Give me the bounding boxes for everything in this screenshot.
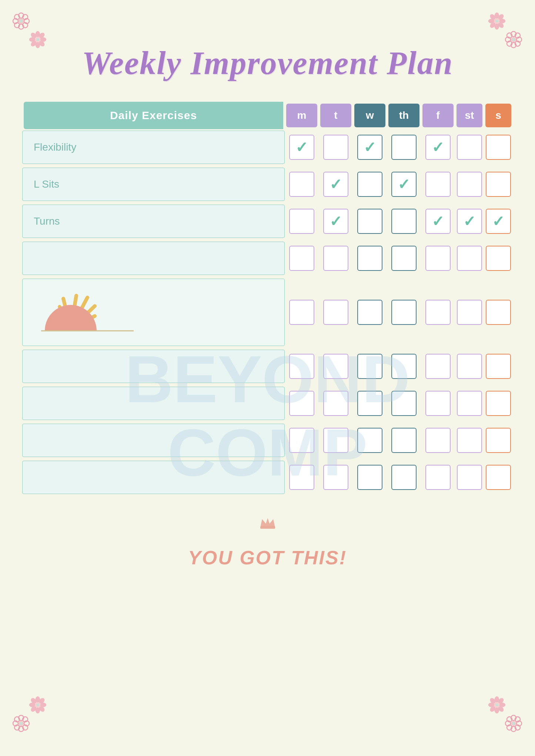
row-label-cell (22, 424, 285, 457)
flower-bottom-right-2 (487, 695, 507, 715)
page-title: Weekly Improvement Plan (22, 44, 513, 82)
check-cell[interactable]: ✓ (319, 205, 353, 238)
header-day-w: w (354, 104, 385, 127)
check-cell[interactable] (387, 461, 421, 494)
check-cell[interactable] (387, 242, 421, 275)
check-cell[interactable] (387, 387, 421, 420)
check-cell[interactable] (285, 461, 319, 494)
check-cell[interactable] (319, 279, 353, 346)
check-cell[interactable]: ✓ (455, 205, 484, 238)
check-cell[interactable] (387, 350, 421, 383)
check-cell[interactable] (353, 387, 387, 420)
table-row: Turns✓✓✓✓ (22, 205, 513, 238)
check-cell[interactable] (285, 205, 319, 238)
check-cell[interactable] (353, 242, 387, 275)
row-label-cell (22, 350, 285, 383)
table-row (22, 350, 513, 383)
check-cell[interactable] (484, 350, 513, 383)
check-cell[interactable] (484, 424, 513, 457)
table-row: Flexibility✓✓✓ (22, 131, 513, 164)
check-cell[interactable]: ✓ (387, 168, 421, 201)
check-cell[interactable] (387, 424, 421, 457)
check-cell[interactable] (319, 131, 353, 164)
check-cell[interactable] (319, 242, 353, 275)
flower-top-right-1 (487, 11, 507, 31)
check-cell[interactable] (353, 350, 387, 383)
check-cell[interactable] (484, 461, 513, 494)
svg-marker-92 (260, 518, 275, 527)
check-cell[interactable] (285, 387, 319, 420)
check-cell[interactable] (484, 242, 513, 275)
crown-icon (258, 516, 277, 529)
check-cell[interactable] (455, 279, 484, 346)
check-cell[interactable]: ✓ (484, 205, 513, 238)
check-cell[interactable]: ✓ (285, 131, 319, 164)
check-cell[interactable] (285, 350, 319, 383)
check-cell[interactable] (455, 387, 484, 420)
check-cell[interactable] (353, 279, 387, 346)
check-cell[interactable] (421, 279, 455, 346)
check-cell[interactable] (319, 350, 353, 383)
svg-point-21 (36, 38, 39, 41)
row-label-cell (22, 387, 285, 420)
flower-top-left-1 (11, 11, 31, 31)
check-cell[interactable] (285, 168, 319, 201)
check-cell[interactable] (421, 168, 455, 201)
header-day-st: st (457, 104, 482, 127)
check-cell[interactable] (421, 350, 455, 383)
header-day-f: f (422, 104, 454, 127)
row-label-cell: L Sits (22, 168, 285, 201)
check-cell[interactable] (455, 350, 484, 383)
check-cell[interactable]: ✓ (353, 131, 387, 164)
sun-svg (34, 288, 137, 336)
table-row (22, 242, 513, 275)
check-cell[interactable] (455, 131, 484, 164)
footer-crown (22, 516, 513, 532)
check-cell[interactable] (484, 387, 513, 420)
svg-point-61 (36, 703, 39, 706)
flower-top-left-2 (28, 30, 48, 50)
check-cell[interactable]: ✓ (421, 205, 455, 238)
check-cell[interactable] (387, 279, 421, 346)
header-day-s: s (485, 104, 511, 127)
check-cell[interactable]: ✓ (421, 131, 455, 164)
row-label-cell: Turns (22, 205, 285, 238)
check-cell[interactable] (455, 461, 484, 494)
svg-point-51 (20, 722, 23, 725)
table-row (22, 424, 513, 457)
check-cell[interactable] (421, 461, 455, 494)
check-cell[interactable] (455, 424, 484, 457)
check-cell[interactable] (319, 461, 353, 494)
check-cell[interactable] (319, 387, 353, 420)
check-cell[interactable] (484, 168, 513, 201)
check-cell[interactable] (285, 279, 319, 346)
row-label-cell: Flexibility (22, 131, 285, 164)
check-cell[interactable] (421, 242, 455, 275)
check-cell[interactable] (285, 424, 319, 457)
svg-point-41 (512, 38, 515, 41)
check-cell[interactable] (421, 387, 455, 420)
check-cell[interactable] (387, 131, 421, 164)
check-cell[interactable] (484, 279, 513, 346)
check-cell[interactable] (353, 205, 387, 238)
svg-rect-93 (260, 527, 275, 529)
header-label: Daily Exercises (24, 102, 283, 129)
check-cell[interactable] (455, 242, 484, 275)
check-cell[interactable] (285, 242, 319, 275)
check-cell[interactable] (455, 168, 484, 201)
check-cell[interactable] (421, 424, 455, 457)
flower-top-right-2 (504, 30, 524, 50)
check-cell[interactable]: ✓ (319, 168, 353, 201)
svg-point-71 (512, 722, 515, 725)
check-cell[interactable] (353, 461, 387, 494)
row-label-cell (22, 242, 285, 275)
header-day-m: m (286, 104, 317, 127)
table-row (22, 279, 513, 346)
check-cell[interactable] (484, 131, 513, 164)
check-cell[interactable] (387, 205, 421, 238)
footer-text: YOU GOT THIS! (22, 547, 513, 569)
check-cell[interactable] (353, 168, 387, 201)
tracker-table: Daily Exercises m t w th f st (22, 100, 513, 498)
check-cell[interactable] (353, 424, 387, 457)
check-cell[interactable] (319, 424, 353, 457)
